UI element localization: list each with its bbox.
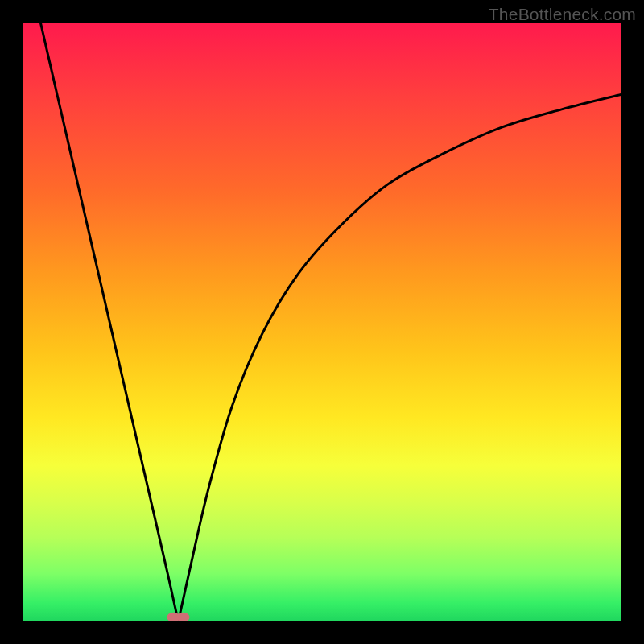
- curve-left-branch: [40, 23, 178, 621]
- vertex-marker: [176, 613, 189, 621]
- vertex-markers: [167, 613, 189, 621]
- chart-frame: TheBottleneck.com: [0, 0, 644, 644]
- curve-right-branch: [178, 94, 621, 621]
- watermark-label: TheBottleneck.com: [489, 5, 636, 24]
- plot-area: [23, 23, 621, 621]
- curve-layer: [23, 23, 621, 621]
